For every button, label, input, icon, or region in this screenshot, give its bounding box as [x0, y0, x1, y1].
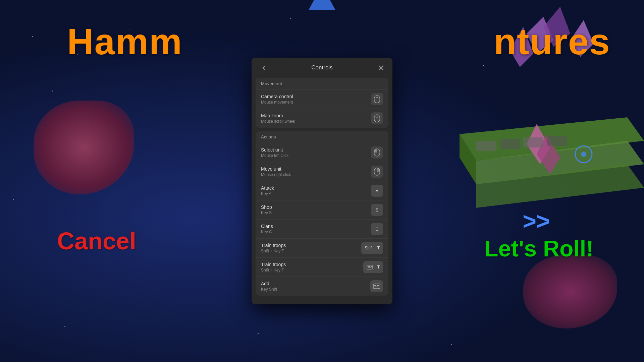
add-key — [370, 280, 383, 292]
svg-rect-38 — [375, 287, 379, 287]
shop-binding: Key S — [261, 210, 371, 215]
svg-marker-22 — [376, 115, 378, 116]
shop-info: Shop Key S — [261, 204, 371, 215]
move-unit-binding: Mouse right click — [261, 172, 371, 177]
modal-title: Controls — [311, 64, 332, 71]
attack-info: Attack Key A — [261, 185, 371, 196]
move-unit-key — [371, 166, 383, 178]
select-unit-info: Select unit Mouse left click — [261, 147, 371, 158]
svg-rect-37 — [378, 285, 379, 286]
select-unit-key — [371, 146, 383, 159]
svg-rect-34 — [374, 285, 375, 286]
attack-binding: Key A — [261, 191, 371, 196]
attack-key: A — [371, 185, 383, 197]
camera-control-key — [371, 93, 383, 105]
close-button[interactable] — [376, 63, 386, 72]
camera-control-name: Camera control — [261, 94, 371, 99]
modal-header: Controls — [252, 58, 392, 78]
svg-rect-33 — [373, 284, 380, 289]
movement-section-header: Movement — [256, 78, 388, 89]
svg-rect-30 — [369, 266, 370, 267]
train-troops-1-binding: Shift + Key T — [261, 249, 361, 253]
train-troops-item-1: Train troops Shift + Key T Shift + T — [256, 238, 388, 257]
train-troops-1-info: Train troops Shift + Key T — [261, 243, 361, 253]
modal-overlay: Controls Movement Camera control Mouse m… — [0, 0, 644, 362]
actions-section: Actions Select unit Mouse left click — [256, 131, 388, 296]
modal-body: Movement Camera control Mouse movement — [252, 78, 392, 304]
svg-rect-29 — [368, 266, 369, 267]
train-troops-1-key: Shift + T — [361, 242, 383, 254]
movement-section: Movement Camera control Mouse movement — [256, 78, 388, 128]
select-unit-name: Select unit — [261, 147, 371, 153]
shop-item: Shop Key S S — [256, 200, 388, 219]
move-unit-item: Move unit Mouse right click — [256, 162, 388, 181]
map-zoom-name: Map zoom — [261, 113, 371, 118]
shop-name: Shop — [261, 204, 371, 210]
attack-item: Attack Key A A — [256, 181, 388, 200]
attack-name: Attack — [261, 185, 371, 191]
map-zoom-binding: Mouse scroll wheel — [261, 119, 371, 124]
shop-key: S — [371, 204, 383, 216]
add-binding: Key Shift — [261, 287, 370, 292]
camera-control-info: Camera control Mouse movement — [261, 94, 371, 105]
svg-rect-36 — [377, 285, 378, 286]
train-troops-2-name: Train troops — [261, 262, 363, 267]
svg-rect-32 — [368, 267, 371, 268]
add-info: Add Key Shift — [261, 281, 370, 292]
clans-item: Clans Key C C — [256, 219, 388, 238]
map-zoom-item: Map zoom Mouse scroll wheel — [256, 109, 388, 128]
map-zoom-key — [371, 112, 383, 124]
train-troops-item-2: Train troops Shift + Key T + T — [256, 257, 388, 277]
back-button[interactable] — [258, 63, 270, 72]
train-troops-2-info: Train troops Shift + Key T — [261, 262, 363, 273]
add-name: Add — [261, 281, 370, 286]
actions-section-header: Actions — [256, 131, 388, 143]
select-unit-binding: Mouse left click — [261, 153, 371, 158]
svg-marker-23 — [376, 117, 378, 118]
train-troops-2-binding: Shift + Key T — [261, 268, 363, 273]
train-troops-1-name: Train troops — [261, 243, 361, 248]
move-unit-name: Move unit — [261, 166, 371, 172]
clans-key: C — [371, 223, 383, 235]
camera-control-binding: Mouse movement — [261, 100, 371, 105]
select-unit-item: Select unit Mouse left click — [256, 143, 388, 162]
svg-rect-31 — [371, 266, 372, 267]
clans-binding: Key C — [261, 230, 371, 234]
map-zoom-info: Map zoom Mouse scroll wheel — [261, 113, 371, 124]
controls-modal: Controls Movement Camera control Mouse m… — [252, 58, 392, 304]
add-item: Add Key Shift — [256, 277, 388, 296]
clans-name: Clans — [261, 224, 371, 229]
camera-control-item: Camera control Mouse movement — [256, 89, 388, 109]
clans-info: Clans Key C — [261, 224, 371, 234]
svg-point-18 — [376, 97, 378, 99]
svg-rect-35 — [375, 285, 376, 286]
move-unit-info: Move unit Mouse right click — [261, 166, 371, 177]
train-troops-2-key: + T — [363, 261, 383, 273]
